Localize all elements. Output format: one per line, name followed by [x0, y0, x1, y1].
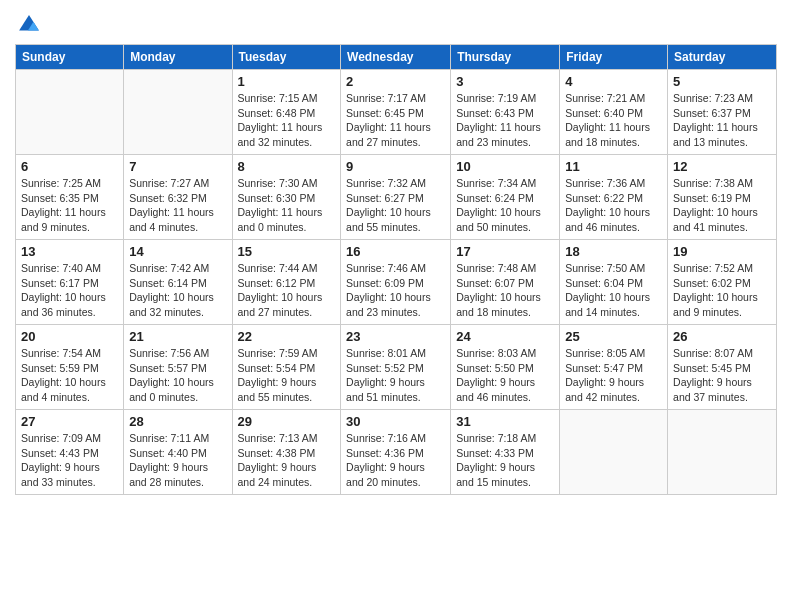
calendar-cell: 7Sunrise: 7:27 AM Sunset: 6:32 PM Daylig…	[124, 155, 232, 240]
day-number: 16	[346, 244, 445, 259]
calendar-cell: 14Sunrise: 7:42 AM Sunset: 6:14 PM Dayli…	[124, 240, 232, 325]
calendar-cell: 29Sunrise: 7:13 AM Sunset: 4:38 PM Dayli…	[232, 410, 341, 495]
calendar-cell: 11Sunrise: 7:36 AM Sunset: 6:22 PM Dayli…	[560, 155, 668, 240]
day-info: Sunrise: 7:16 AM Sunset: 4:36 PM Dayligh…	[346, 431, 445, 490]
day-number: 27	[21, 414, 118, 429]
day-number: 13	[21, 244, 118, 259]
day-info: Sunrise: 8:03 AM Sunset: 5:50 PM Dayligh…	[456, 346, 554, 405]
calendar-header-thursday: Thursday	[451, 45, 560, 70]
day-number: 20	[21, 329, 118, 344]
day-number: 1	[238, 74, 336, 89]
calendar-cell: 19Sunrise: 7:52 AM Sunset: 6:02 PM Dayli…	[668, 240, 777, 325]
calendar-header-sunday: Sunday	[16, 45, 124, 70]
calendar-header-wednesday: Wednesday	[341, 45, 451, 70]
day-number: 23	[346, 329, 445, 344]
day-info: Sunrise: 7:11 AM Sunset: 4:40 PM Dayligh…	[129, 431, 226, 490]
calendar-header-friday: Friday	[560, 45, 668, 70]
day-info: Sunrise: 7:56 AM Sunset: 5:57 PM Dayligh…	[129, 346, 226, 405]
calendar-cell: 15Sunrise: 7:44 AM Sunset: 6:12 PM Dayli…	[232, 240, 341, 325]
calendar-cell: 26Sunrise: 8:07 AM Sunset: 5:45 PM Dayli…	[668, 325, 777, 410]
calendar-week-row-5: 27Sunrise: 7:09 AM Sunset: 4:43 PM Dayli…	[16, 410, 777, 495]
logo-icon	[18, 14, 40, 36]
calendar-cell	[124, 70, 232, 155]
calendar-cell: 24Sunrise: 8:03 AM Sunset: 5:50 PM Dayli…	[451, 325, 560, 410]
calendar-cell: 3Sunrise: 7:19 AM Sunset: 6:43 PM Daylig…	[451, 70, 560, 155]
calendar-cell: 27Sunrise: 7:09 AM Sunset: 4:43 PM Dayli…	[16, 410, 124, 495]
day-info: Sunrise: 7:54 AM Sunset: 5:59 PM Dayligh…	[21, 346, 118, 405]
calendar-cell: 8Sunrise: 7:30 AM Sunset: 6:30 PM Daylig…	[232, 155, 341, 240]
calendar-cell: 21Sunrise: 7:56 AM Sunset: 5:57 PM Dayli…	[124, 325, 232, 410]
calendar-cell: 17Sunrise: 7:48 AM Sunset: 6:07 PM Dayli…	[451, 240, 560, 325]
calendar-cell	[560, 410, 668, 495]
calendar-week-row-3: 13Sunrise: 7:40 AM Sunset: 6:17 PM Dayli…	[16, 240, 777, 325]
calendar-header-monday: Monday	[124, 45, 232, 70]
day-info: Sunrise: 7:46 AM Sunset: 6:09 PM Dayligh…	[346, 261, 445, 320]
day-number: 2	[346, 74, 445, 89]
day-info: Sunrise: 7:25 AM Sunset: 6:35 PM Dayligh…	[21, 176, 118, 235]
day-number: 11	[565, 159, 662, 174]
calendar-cell: 23Sunrise: 8:01 AM Sunset: 5:52 PM Dayli…	[341, 325, 451, 410]
day-info: Sunrise: 7:15 AM Sunset: 6:48 PM Dayligh…	[238, 91, 336, 150]
calendar-week-row-1: 1Sunrise: 7:15 AM Sunset: 6:48 PM Daylig…	[16, 70, 777, 155]
calendar-cell	[668, 410, 777, 495]
calendar-week-row-4: 20Sunrise: 7:54 AM Sunset: 5:59 PM Dayli…	[16, 325, 777, 410]
calendar-cell: 20Sunrise: 7:54 AM Sunset: 5:59 PM Dayli…	[16, 325, 124, 410]
calendar-cell	[16, 70, 124, 155]
calendar-cell: 6Sunrise: 7:25 AM Sunset: 6:35 PM Daylig…	[16, 155, 124, 240]
calendar-cell: 30Sunrise: 7:16 AM Sunset: 4:36 PM Dayli…	[341, 410, 451, 495]
calendar-cell: 2Sunrise: 7:17 AM Sunset: 6:45 PM Daylig…	[341, 70, 451, 155]
calendar-cell: 5Sunrise: 7:23 AM Sunset: 6:37 PM Daylig…	[668, 70, 777, 155]
calendar-cell: 31Sunrise: 7:18 AM Sunset: 4:33 PM Dayli…	[451, 410, 560, 495]
day-number: 5	[673, 74, 771, 89]
calendar-cell: 10Sunrise: 7:34 AM Sunset: 6:24 PM Dayli…	[451, 155, 560, 240]
day-number: 4	[565, 74, 662, 89]
day-number: 7	[129, 159, 226, 174]
calendar-cell: 16Sunrise: 7:46 AM Sunset: 6:09 PM Dayli…	[341, 240, 451, 325]
calendar-cell: 25Sunrise: 8:05 AM Sunset: 5:47 PM Dayli…	[560, 325, 668, 410]
day-info: Sunrise: 7:23 AM Sunset: 6:37 PM Dayligh…	[673, 91, 771, 150]
day-number: 10	[456, 159, 554, 174]
calendar-cell: 12Sunrise: 7:38 AM Sunset: 6:19 PM Dayli…	[668, 155, 777, 240]
day-info: Sunrise: 7:34 AM Sunset: 6:24 PM Dayligh…	[456, 176, 554, 235]
calendar-header-saturday: Saturday	[668, 45, 777, 70]
day-info: Sunrise: 7:09 AM Sunset: 4:43 PM Dayligh…	[21, 431, 118, 490]
day-number: 8	[238, 159, 336, 174]
day-number: 15	[238, 244, 336, 259]
day-number: 24	[456, 329, 554, 344]
day-info: Sunrise: 7:13 AM Sunset: 4:38 PM Dayligh…	[238, 431, 336, 490]
day-number: 18	[565, 244, 662, 259]
day-number: 31	[456, 414, 554, 429]
calendar-header-tuesday: Tuesday	[232, 45, 341, 70]
day-info: Sunrise: 7:19 AM Sunset: 6:43 PM Dayligh…	[456, 91, 554, 150]
day-number: 28	[129, 414, 226, 429]
day-number: 14	[129, 244, 226, 259]
calendar-header-row: SundayMondayTuesdayWednesdayThursdayFrid…	[16, 45, 777, 70]
day-number: 19	[673, 244, 771, 259]
day-info: Sunrise: 7:17 AM Sunset: 6:45 PM Dayligh…	[346, 91, 445, 150]
calendar-cell: 22Sunrise: 7:59 AM Sunset: 5:54 PM Dayli…	[232, 325, 341, 410]
day-info: Sunrise: 7:40 AM Sunset: 6:17 PM Dayligh…	[21, 261, 118, 320]
day-info: Sunrise: 8:07 AM Sunset: 5:45 PM Dayligh…	[673, 346, 771, 405]
day-info: Sunrise: 7:36 AM Sunset: 6:22 PM Dayligh…	[565, 176, 662, 235]
calendar-cell: 1Sunrise: 7:15 AM Sunset: 6:48 PM Daylig…	[232, 70, 341, 155]
calendar-table: SundayMondayTuesdayWednesdayThursdayFrid…	[15, 44, 777, 495]
day-number: 6	[21, 159, 118, 174]
day-number: 3	[456, 74, 554, 89]
day-info: Sunrise: 7:38 AM Sunset: 6:19 PM Dayligh…	[673, 176, 771, 235]
day-info: Sunrise: 7:18 AM Sunset: 4:33 PM Dayligh…	[456, 431, 554, 490]
calendar-week-row-2: 6Sunrise: 7:25 AM Sunset: 6:35 PM Daylig…	[16, 155, 777, 240]
day-info: Sunrise: 7:27 AM Sunset: 6:32 PM Dayligh…	[129, 176, 226, 235]
day-number: 25	[565, 329, 662, 344]
day-info: Sunrise: 7:50 AM Sunset: 6:04 PM Dayligh…	[565, 261, 662, 320]
day-info: Sunrise: 7:48 AM Sunset: 6:07 PM Dayligh…	[456, 261, 554, 320]
day-number: 12	[673, 159, 771, 174]
day-info: Sunrise: 8:01 AM Sunset: 5:52 PM Dayligh…	[346, 346, 445, 405]
calendar-cell: 18Sunrise: 7:50 AM Sunset: 6:04 PM Dayli…	[560, 240, 668, 325]
logo	[15, 16, 40, 36]
day-number: 22	[238, 329, 336, 344]
day-number: 30	[346, 414, 445, 429]
day-info: Sunrise: 7:44 AM Sunset: 6:12 PM Dayligh…	[238, 261, 336, 320]
page-header	[15, 10, 777, 36]
day-info: Sunrise: 7:52 AM Sunset: 6:02 PM Dayligh…	[673, 261, 771, 320]
calendar-cell: 9Sunrise: 7:32 AM Sunset: 6:27 PM Daylig…	[341, 155, 451, 240]
